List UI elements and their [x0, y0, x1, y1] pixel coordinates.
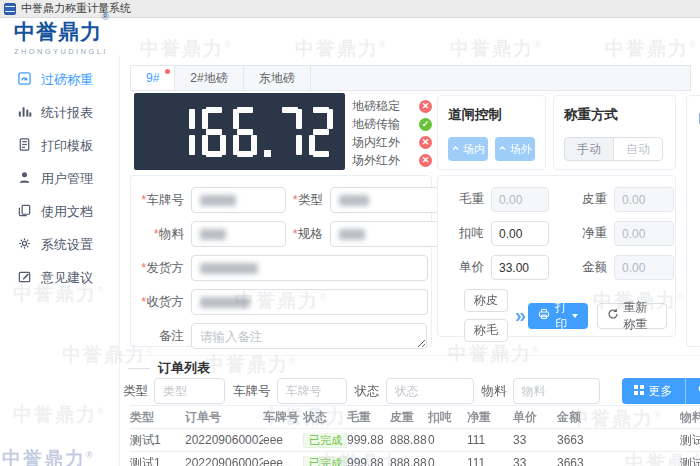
weigh-tare-button[interactable]: 称皮 — [464, 289, 508, 312]
form-row: 备注 — [135, 323, 427, 349]
column-header: 金额 — [557, 409, 680, 426]
remark-textarea[interactable] — [191, 323, 427, 349]
sidebar-item-print-templates[interactable]: 打印模板 — [0, 129, 119, 162]
filter-input-status[interactable] — [386, 378, 474, 404]
reweigh-button[interactable]: 重新称重 — [597, 303, 667, 329]
print-button[interactable]: 打印 — [528, 303, 588, 329]
field-input-plate-number[interactable] — [191, 187, 286, 213]
right-panel-partial — [686, 95, 700, 347]
gate-inside-button[interactable]: 场内 — [448, 137, 488, 161]
search-button[interactable]: 搜索 — [685, 378, 700, 404]
orders-button-group: 更多搜索 — [622, 378, 700, 404]
table-cell: 0 — [428, 456, 467, 466]
table-cell: 33 — [513, 433, 557, 447]
field-input-amount — [614, 255, 674, 280]
field-input-type[interactable] — [330, 187, 440, 213]
blurred-value — [200, 229, 226, 240]
field-label-deduction: 扣吨 — [446, 225, 484, 242]
table-cell: 33 — [513, 456, 557, 466]
weigh-mode-toggle: 手动自动 — [564, 137, 663, 161]
refresh-icon — [607, 308, 619, 323]
sidebar-item-reports[interactable]: 统计报表 — [0, 96, 119, 129]
form-row: *物料*规格 — [135, 221, 427, 247]
led-segment — [327, 109, 333, 129]
field-label-spec: *规格 — [286, 221, 330, 247]
field-label-type: *类型 — [286, 187, 330, 213]
field-input-unit-price[interactable] — [491, 255, 549, 280]
weigh-buttons-column: 称皮 称毛 — [464, 289, 508, 342]
column-header: 车牌号 — [263, 409, 303, 426]
led-segment — [313, 151, 329, 157]
weigh-mode-card: 称重方式 手动自动 — [553, 95, 676, 170]
scale-tabstrip: 9#2#地磅东地磅 — [130, 65, 691, 91]
gate-outside-button[interactable]: 场外 — [495, 137, 535, 161]
field-input-shipper[interactable] — [191, 255, 428, 281]
table-cell: 测试1 — [130, 455, 185, 466]
weigh-gross-button[interactable]: 称毛 — [464, 319, 508, 342]
sidebar-item-label: 用户管理 — [41, 170, 93, 188]
filter-input-type[interactable] — [154, 378, 225, 404]
tab-2-dibang[interactable]: 2#地磅 — [175, 66, 243, 90]
field-input-spec[interactable] — [330, 221, 440, 247]
field-label-material: *物料 — [135, 221, 191, 247]
required-asterisk: * — [141, 261, 146, 275]
filter-input-plate-number[interactable] — [277, 378, 347, 404]
column-header: 皮重 — [390, 409, 428, 426]
status-badge: 已完成 — [303, 433, 347, 448]
table-cell: 999.88 — [347, 456, 390, 466]
window-title: 中誉鼎力称重计量系统 — [21, 1, 131, 16]
column-header: 状态 — [303, 409, 347, 426]
x-circle-icon: ✕ — [419, 136, 432, 149]
brand-name: 中誉鼎力 — [14, 20, 102, 43]
status-error: 场内红外✕ — [352, 133, 432, 151]
filter-input-material[interactable] — [513, 378, 600, 404]
led-segment — [237, 107, 253, 113]
led-digit — [278, 107, 302, 157]
app-header: 中誉鼎力® ZHONGYUDINGLI — [0, 18, 700, 55]
field-input-receiver[interactable] — [191, 289, 428, 315]
x-circle-icon: ✕ — [419, 100, 432, 113]
blurred-value — [339, 229, 365, 240]
led-segment — [313, 129, 329, 135]
required-asterisk: * — [141, 295, 146, 309]
table-cell: eee — [263, 433, 303, 447]
status-ok: 地磅传输✓ — [352, 115, 432, 133]
column-header: 订单号 — [185, 409, 263, 426]
weigh-mode-manual-button[interactable]: 手动 — [564, 137, 614, 161]
sidebar-item-documentation[interactable]: 使用文档 — [0, 195, 119, 228]
required-asterisk: * — [141, 193, 146, 207]
weigh-mode-auto-button[interactable]: 自动 — [613, 137, 663, 161]
sidebar-item-label: 统计报表 — [41, 104, 93, 122]
sidebar-item-user-management[interactable]: 用户管理 — [0, 162, 119, 195]
orders-section-header: 订单列表 — [128, 359, 210, 377]
field-input-material[interactable] — [191, 221, 286, 247]
tab-9[interactable]: 9# — [131, 66, 175, 90]
more-button[interactable]: 更多 — [622, 378, 685, 404]
more-label: 更多 — [649, 383, 673, 400]
user-icon — [17, 170, 32, 188]
table-row[interactable]: 测试1202209060002eee已完成999.88888.880111333… — [130, 452, 700, 466]
column-header: 类型 — [130, 409, 185, 426]
sidebar-item-system-settings[interactable]: 系统设置 — [0, 228, 119, 261]
sidebar-item-label: 使用文档 — [41, 203, 93, 221]
sidebar-item-feedback[interactable]: 意见建议 — [0, 261, 119, 294]
table-cell: 3663 — [557, 456, 680, 466]
weight-row: 单价金额 — [446, 255, 667, 280]
field-label-receiver: *收货方 — [135, 289, 191, 315]
notification-dot — [165, 69, 170, 74]
app-icon — [4, 3, 16, 15]
sidebar-item-weighing[interactable]: 过磅称重 — [0, 63, 119, 96]
printer-icon — [538, 308, 550, 323]
tab-east-dibang[interactable]: 东地磅 — [244, 66, 311, 90]
led-segment — [296, 109, 302, 129]
table-row[interactable]: 测试1202209060002eee已完成999.88888.880111333… — [130, 429, 700, 452]
form-row: *发货方 — [135, 255, 427, 281]
status-label: 场外红外 — [352, 152, 400, 169]
filter-label-status: 状态 — [355, 383, 380, 400]
field-input-deduction[interactable] — [491, 221, 549, 246]
feedback-icon — [17, 269, 32, 287]
brand-name-line: 中誉鼎力® — [14, 18, 109, 46]
reweigh-label: 重新称重 — [623, 299, 657, 333]
field-input-gross-weight — [491, 187, 549, 212]
brand-logo: 中誉鼎力® ZHONGYUDINGLI — [14, 18, 109, 56]
